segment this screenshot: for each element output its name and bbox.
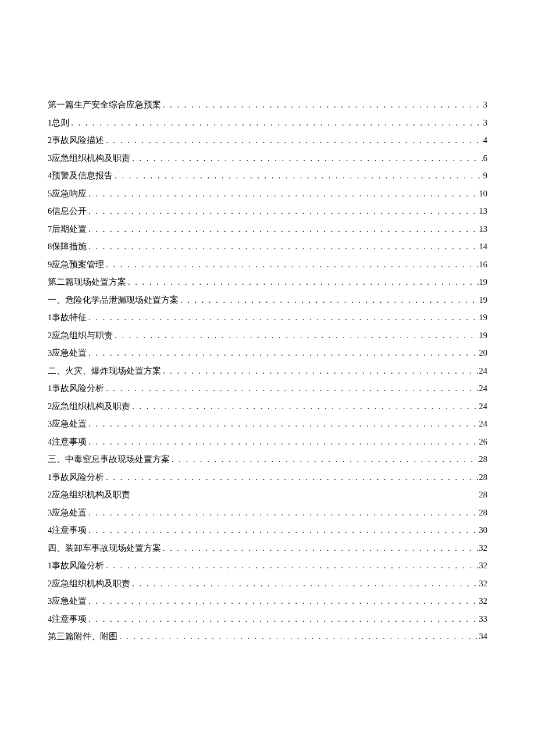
- toc-title: 2应急组织机构及职责: [48, 578, 130, 590]
- toc-leader-dots: [87, 205, 479, 217]
- toc-page-number: 28: [479, 507, 488, 519]
- toc-entry: 四、装卸车事故现场处置方案32: [48, 542, 487, 554]
- toc-entry: 2应急组织与职责19: [48, 329, 487, 342]
- toc-entry: 6信息公开13: [48, 205, 487, 217]
- toc-leader-dots: [104, 471, 479, 483]
- toc-page-number: 19: [479, 276, 488, 288]
- toc-title: 4注意事项: [48, 436, 87, 448]
- toc-title: 2应急组织机构及职责: [48, 489, 130, 501]
- toc-page-number: 6: [483, 152, 487, 164]
- toc-page-number: 24: [479, 400, 488, 413]
- toc-page-number: 13: [479, 223, 488, 235]
- toc-entry: 1事故风险分析32: [48, 560, 487, 572]
- toc-title: 四、装卸车事故现场处置方案: [48, 542, 161, 554]
- toc-page-number: 28: [479, 489, 488, 501]
- toc-leader-dots: [104, 560, 479, 572]
- toc-title: 3应急组织机构及职责: [48, 152, 130, 164]
- toc-page-number: 16: [479, 259, 488, 271]
- toc-entry: 9应急预案管理16: [48, 259, 487, 271]
- toc-page-number: 20: [479, 347, 488, 359]
- toc-page-number: 14: [479, 241, 488, 253]
- toc-entry: 3应急组织机构及职责6: [48, 152, 487, 164]
- toc-leader-dots: [87, 613, 479, 625]
- toc-page-number: 32: [479, 560, 488, 572]
- toc-leader-dots: [161, 365, 479, 377]
- toc-title: 三、中毒窒息事故现场处置方案: [48, 453, 170, 465]
- toc-entry: 3应急处置24: [48, 418, 487, 430]
- toc-title: 8保障措施: [48, 241, 87, 253]
- toc-leader-dots: [69, 117, 483, 129]
- toc-title: 6信息公开: [48, 205, 87, 217]
- toc-entry: 2应急组织机构及职责24: [48, 400, 487, 413]
- toc-entry: 7后期处置13: [48, 223, 487, 235]
- toc-leader-dots: [87, 595, 479, 607]
- toc-title: 1事故特征: [48, 311, 87, 324]
- toc-leader-dots: [113, 329, 479, 342]
- toc-title: 4注意事项: [48, 524, 87, 536]
- toc-entry: 1事故风险分析28: [48, 471, 487, 483]
- toc-leader-dots: [87, 524, 479, 536]
- toc-title: 二、火灾、爆炸现场处置方案: [48, 365, 161, 377]
- table-of-contents: 第一篇生产安全综合应急预案3 1总则3 2事故风险描述4 3应急组织机构及职责6…: [48, 99, 487, 643]
- toc-page-number: 28: [479, 453, 488, 465]
- toc-title: 2应急组织与职责: [48, 329, 113, 342]
- toc-page-number: 32: [479, 578, 488, 590]
- toc-leader-dots: [87, 188, 479, 200]
- toc-leader-dots: [161, 99, 483, 111]
- toc-title: 第三篇附件、附图: [48, 630, 117, 643]
- toc-page-number: 3: [483, 117, 487, 129]
- toc-entry: 5应急响应10: [48, 188, 487, 200]
- toc-page-number: 24: [479, 418, 488, 430]
- toc-page-number: 32: [479, 542, 488, 554]
- toc-title: 2事故风险描述: [48, 134, 104, 146]
- toc-leader-dots: [113, 170, 483, 182]
- toc-entry: 二、火灾、爆炸现场处置方案24: [48, 365, 487, 377]
- toc-entry: 2应急组织机构及职责28: [48, 489, 487, 501]
- toc-entry: 4注意事项33: [48, 613, 487, 625]
- toc-leader-dots: [104, 134, 483, 146]
- toc-page-number: 26: [479, 436, 488, 448]
- toc-entry: 3应急处置20: [48, 347, 487, 359]
- toc-leader-dots: [179, 294, 479, 306]
- toc-leader-dots: [130, 400, 479, 413]
- toc-entry: 4预警及信息报告9: [48, 170, 487, 182]
- toc-leader-dots: [104, 382, 479, 395]
- toc-entry: 8保障措施14: [48, 241, 487, 253]
- toc-leader-dots: [87, 418, 479, 430]
- toc-entry: 1事故风险分析24: [48, 382, 487, 395]
- toc-title: 1事故风险分析: [48, 382, 104, 395]
- toc-page-number: 24: [479, 365, 488, 377]
- toc-page-number: 19: [479, 311, 488, 324]
- toc-leader-dots: [87, 223, 479, 235]
- toc-title: 第一篇生产安全综合应急预案: [48, 99, 161, 111]
- toc-page-number: 10: [479, 188, 488, 200]
- toc-title: 1事故风险分析: [48, 560, 104, 572]
- toc-entry: 2应急组织机构及职责32: [48, 578, 487, 590]
- toc-page-number: 28: [479, 471, 488, 483]
- toc-title: 一、危险化学品泄漏现场处置方案: [48, 294, 179, 306]
- toc-leader-dots: [161, 542, 479, 554]
- toc-entry: 1事故特征19: [48, 311, 487, 324]
- toc-leader-dots: [104, 259, 479, 271]
- toc-entry: 4注意事项26: [48, 436, 487, 448]
- toc-leader-dots: [170, 453, 479, 465]
- toc-page-number: 9: [483, 170, 487, 182]
- toc-title: 1事故风险分析: [48, 471, 104, 483]
- toc-title: 5应急响应: [48, 188, 87, 200]
- toc-entry: 3应急处置28: [48, 507, 487, 519]
- toc-title: 7后期处置: [48, 223, 87, 235]
- toc-leader-dots: [87, 436, 479, 448]
- toc-page-number: 24: [479, 382, 488, 395]
- toc-title: 4注意事项: [48, 613, 87, 625]
- toc-title: 3应急处置: [48, 595, 87, 607]
- toc-title: 2应急组织机构及职责: [48, 400, 130, 413]
- toc-page-number: 30: [479, 524, 488, 536]
- toc-leader-dots: [87, 507, 479, 519]
- toc-title: 第二篇现场处置方案: [48, 276, 126, 288]
- toc-leader-dots: [130, 152, 483, 164]
- toc-page-number: 32: [479, 595, 488, 607]
- toc-entry: 1总则3: [48, 117, 487, 129]
- toc-entry: 三、中毒窒息事故现场处置方案28: [48, 453, 487, 465]
- toc-page-number: 34: [479, 630, 488, 643]
- toc-page-number: 19: [479, 294, 488, 306]
